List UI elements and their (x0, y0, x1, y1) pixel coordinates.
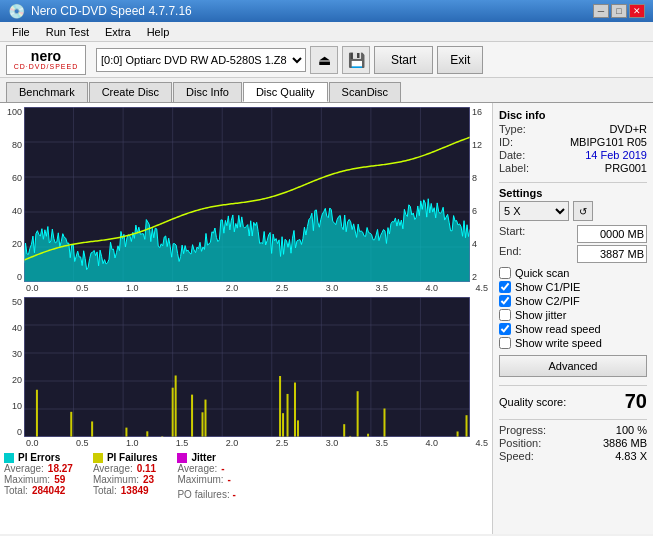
jitter-label: Jitter (191, 452, 215, 463)
tab-create-disc[interactable]: Create Disc (89, 82, 172, 102)
bottom-y-axis: 50 40 30 20 10 0 (4, 297, 24, 437)
titlebar: 💿 Nero CD-DVD Speed 4.7.7.16 ─ □ ✕ (0, 0, 653, 22)
titlebar-title: Nero CD-DVD Speed 4.7.7.16 (31, 4, 593, 18)
drive-selector[interactable]: [0:0] Optiarc DVD RW AD-5280S 1.Z8 (96, 48, 306, 72)
show-jitter-label: Show jitter (515, 309, 566, 321)
show-jitter-checkbox[interactable] (499, 309, 511, 321)
quick-scan-label: Quick scan (515, 267, 569, 279)
info-panel: Disc info Type: DVD+R ID: MBIPG101 R05 D… (493, 103, 653, 534)
speed-selector[interactable]: 5 X 4 X 8 X Max (499, 201, 569, 221)
show-c2pif-row: Show C2/PIF (499, 295, 647, 307)
show-c1pie-row: Show C1/PIE (499, 281, 647, 293)
show-c1pie-checkbox[interactable] (499, 281, 511, 293)
quick-scan-checkbox[interactable] (499, 267, 511, 279)
show-read-speed-row: Show read speed (499, 323, 647, 335)
window-controls: ─ □ ✕ (593, 4, 645, 18)
legend: PI Errors Average: 18.27 Maximum: 59 Tot… (4, 448, 488, 504)
pi-failures-color (93, 453, 103, 463)
jitter-color (177, 453, 187, 463)
show-jitter-row: Show jitter (499, 309, 647, 321)
quality-score-value: 70 (625, 390, 647, 413)
eject-icon[interactable]: ⏏ (310, 46, 338, 74)
settings-section: Settings 5 X 4 X 8 X Max ↺ Start: End: (499, 187, 647, 377)
show-read-speed-checkbox[interactable] (499, 323, 511, 335)
quick-scan-row: Quick scan (499, 267, 647, 279)
pi-errors-color (4, 453, 14, 463)
refresh-button[interactable]: ↺ (573, 201, 593, 221)
pi-failures-label: PI Failures (107, 452, 158, 463)
top-y-right-axis: 16 12 8 6 4 2 (470, 107, 488, 282)
toolbar: nero CD·DVD/SPEED [0:0] Optiarc DVD RW A… (0, 42, 653, 78)
pi-errors-label: PI Errors (18, 452, 60, 463)
show-write-speed-checkbox[interactable] (499, 337, 511, 349)
tab-scan-disc[interactable]: ScanDisc (329, 82, 401, 102)
start-mb-input[interactable] (577, 225, 647, 243)
minimize-button[interactable]: ─ (593, 4, 609, 18)
quality-section: Quality score: 70 (499, 385, 647, 413)
end-mb-input[interactable] (577, 245, 647, 263)
disc-info-title: Disc info (499, 109, 647, 121)
disc-info-section: Disc info Type: DVD+R ID: MBIPG101 R05 D… (499, 109, 647, 174)
legend-pi-failures: PI Failures Average: 0.11 Maximum: 23 To… (93, 452, 158, 500)
start-button[interactable]: Start (374, 46, 433, 74)
legend-pi-errors: PI Errors Average: 18.27 Maximum: 59 Tot… (4, 452, 73, 500)
bottom-chart (24, 297, 470, 437)
settings-title: Settings (499, 187, 647, 199)
maximize-button[interactable]: □ (611, 4, 627, 18)
menu-help[interactable]: Help (139, 24, 178, 40)
chart-area: 100 80 60 40 20 0 16 12 8 6 4 2 0.0 0.5 (0, 103, 493, 534)
bottom-x-axis: 0.0 0.5 1.0 1.5 2.0 2.5 3.0 3.5 4.0 4.5 (4, 438, 488, 448)
show-c2pif-label: Show C2/PIF (515, 295, 580, 307)
exit-button[interactable]: Exit (437, 46, 483, 74)
top-chart (24, 107, 470, 282)
tab-benchmark[interactable]: Benchmark (6, 82, 88, 102)
tab-disc-info[interactable]: Disc Info (173, 82, 242, 102)
menu-file[interactable]: File (4, 24, 38, 40)
advanced-button[interactable]: Advanced (499, 355, 647, 377)
menubar: File Run Test Extra Help (0, 22, 653, 42)
divider-1 (499, 182, 647, 183)
tab-bar: Benchmark Create Disc Disc Info Disc Qua… (0, 78, 653, 102)
quality-score-label: Quality score: (499, 396, 566, 408)
save-icon[interactable]: 💾 (342, 46, 370, 74)
legend-jitter: Jitter Average: - Maximum: - PO failures… (177, 452, 235, 500)
top-y-axis: 100 80 60 40 20 0 (4, 107, 24, 282)
titlebar-icon: 💿 (8, 3, 25, 19)
show-read-speed-label: Show read speed (515, 323, 601, 335)
progress-section: Progress: 100 % Position: 3886 MB Speed:… (499, 419, 647, 462)
show-c1pie-label: Show C1/PIE (515, 281, 580, 293)
main-content: 100 80 60 40 20 0 16 12 8 6 4 2 0.0 0.5 (0, 102, 653, 534)
top-x-axis: 0.0 0.5 1.0 1.5 2.0 2.5 3.0 3.5 4.0 4.5 (4, 283, 488, 293)
menu-extra[interactable]: Extra (97, 24, 139, 40)
menu-runtest[interactable]: Run Test (38, 24, 97, 40)
close-button[interactable]: ✕ (629, 4, 645, 18)
nero-logo: nero CD·DVD/SPEED (6, 45, 86, 75)
tab-disc-quality[interactable]: Disc Quality (243, 82, 328, 102)
show-write-speed-label: Show write speed (515, 337, 602, 349)
show-write-speed-row: Show write speed (499, 337, 647, 349)
show-c2pif-checkbox[interactable] (499, 295, 511, 307)
